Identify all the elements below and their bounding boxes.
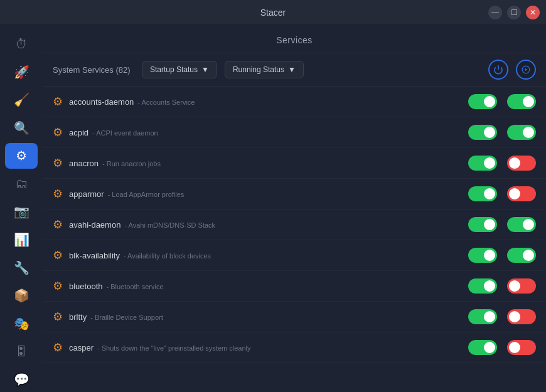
service-toggles — [468, 248, 536, 263]
startup-toggle[interactable] — [468, 94, 497, 109]
cleaner-icon: 🧹 — [14, 92, 29, 107]
running-toggle[interactable] — [507, 340, 536, 355]
running-toggle[interactable] — [507, 278, 536, 294]
dashboard-icon: ⏱ — [15, 37, 28, 51]
service-description: - Avahi mDNS/DNS-SD Stack — [124, 221, 215, 229]
service-name: bluetooth — [69, 282, 103, 291]
service-gear-icon: ⚙ — [53, 125, 63, 139]
service-name: brltty — [69, 312, 87, 322]
uninstaller-icon: 🗂 — [15, 176, 28, 191]
startup-toggle[interactable] — [468, 125, 497, 140]
service-row: ⚙ avahi-daemon - Avahi mDNS/DNS-SD Stack — [43, 209, 546, 240]
service-info: anacron - Run anacron jobs — [69, 159, 468, 168]
startup-status-dropdown[interactable]: Startup Status ▼ — [142, 61, 217, 78]
service-toggles — [468, 309, 536, 324]
service-gear-icon: ⚙ — [53, 279, 63, 293]
running-toggle[interactable] — [507, 156, 536, 171]
minimize-button[interactable]: — — [488, 6, 502, 19]
window-controls: — ☐ ✕ — [488, 6, 540, 19]
service-description: - Load AppArmor profiles — [108, 191, 185, 198]
main-content: Services System Services (82) Startup St… — [43, 25, 546, 392]
service-name: acpid — [69, 128, 88, 137]
startup-icon: 🚀 — [14, 65, 29, 80]
maximize-button[interactable]: ☐ — [507, 6, 521, 19]
service-description: - Shuts down the "live" preinstalled sys… — [97, 344, 250, 352]
startup-toggle[interactable] — [468, 340, 497, 355]
close-button[interactable]: ✕ — [526, 6, 540, 19]
service-description: - Bluetooth service — [107, 283, 164, 290]
running-toggle[interactable] — [507, 248, 536, 263]
page-title: Services — [43, 25, 546, 53]
startup-toggle[interactable] — [468, 248, 497, 263]
service-gear-icon: ⚙ — [53, 95, 63, 109]
sidebar-item-tools[interactable]: 🔧 — [5, 255, 38, 280]
service-name: casper — [69, 343, 94, 352]
sidebar-item-settings[interactable]: 🎛 — [5, 339, 38, 364]
service-name: blk-availability — [69, 251, 120, 260]
running-status-label: Running Status — [233, 65, 284, 74]
resources-icon: 📷 — [14, 204, 29, 219]
service-row: ⚙ brltty - Braille Device Support — [43, 302, 546, 332]
sidebar-item-charts[interactable]: 📊 — [5, 227, 38, 253]
service-row: ⚙ anacron - Run anacron jobs — [43, 148, 546, 179]
sidebar-item-cleaner[interactable]: 🧹 — [5, 87, 38, 113]
running-toggle[interactable] — [507, 309, 536, 324]
service-toggles — [468, 156, 536, 171]
service-info: accounts-daemon - Accounts Service — [69, 97, 468, 107]
app-body: ⏱ 🚀 🧹 🔍 ⚙ 🗂 📷 📊 🔧 📦 🎭 — [0, 25, 546, 392]
service-gear-icon: ⚙ — [53, 156, 63, 170]
running-status-dropdown[interactable]: Running Status ▼ — [225, 61, 304, 78]
services-icon: ⚙ — [16, 148, 27, 163]
startup-toggle[interactable] — [468, 186, 497, 201]
sidebar-item-services[interactable]: ⚙ — [5, 143, 38, 169]
running-toggle[interactable] — [507, 186, 536, 201]
service-description: - ACPI event daemon — [92, 129, 158, 137]
sidebar-item-search[interactable]: 🔍 — [5, 115, 38, 141]
sidebar-item-resources[interactable]: 📷 — [5, 199, 38, 225]
app-title: Stacer — [260, 8, 286, 18]
startup-toggle[interactable] — [468, 217, 497, 232]
service-info: brltty - Braille Device Support — [69, 312, 468, 322]
service-info: bluetooth - Bluetooth service — [69, 282, 468, 291]
service-gear-icon: ⚙ — [53, 187, 63, 201]
service-row: ⚙ blk-availability - Availability of blo… — [43, 240, 546, 271]
service-row: ⚙ apparmor - Load AppArmor profiles — [43, 179, 546, 209]
service-toggles — [468, 278, 536, 294]
startup-toggle[interactable] — [468, 156, 497, 171]
system-services-label: System Services (82) — [53, 65, 134, 75]
sidebar-item-dashboard[interactable]: ⏱ — [5, 31, 38, 57]
service-info: casper - Shuts down the "live" preinstal… — [69, 343, 468, 352]
service-gear-icon: ⚙ — [53, 310, 63, 324]
sidebar-item-package[interactable]: 📦 — [5, 283, 38, 309]
toolbar: System Services (82) Startup Status ▼ Ru… — [43, 53, 546, 87]
service-description: - Accounts Service — [137, 98, 195, 106]
service-toggles — [468, 340, 536, 355]
sidebar-item-tweaks[interactable]: 🎭 — [5, 310, 38, 336]
sidebar: ⏱ 🚀 🧹 🔍 ⚙ 🗂 📷 📊 🔧 📦 🎭 — [0, 25, 43, 392]
charts-icon: 📊 — [14, 232, 29, 247]
service-info: apparmor - Load AppArmor profiles — [69, 189, 468, 199]
service-info: acpid - ACPI event daemon — [69, 128, 468, 137]
services-list: ⚙ accounts-daemon - Accounts Service ⚙ a… — [43, 87, 546, 392]
tools-icon: 🔧 — [14, 260, 29, 275]
sidebar-item-uninstaller[interactable]: 🗂 — [5, 171, 38, 197]
running-toggle[interactable] — [507, 125, 536, 140]
service-toggles — [468, 217, 536, 232]
service-info: blk-availability - Availability of block… — [69, 251, 468, 260]
startup-status-chevron-icon: ▼ — [201, 65, 209, 74]
running-toggle[interactable] — [507, 217, 536, 232]
search-icon: 🔍 — [14, 120, 29, 135]
startup-toggle[interactable] — [468, 309, 497, 324]
play-all-button[interactable] — [516, 60, 536, 80]
service-description: - Run anacron jobs — [102, 160, 161, 167]
sidebar-item-startup[interactable]: 🚀 — [5, 60, 38, 85]
startup-status-label: Startup Status — [150, 65, 198, 74]
service-row: ⚙ casper - Shuts down the "live" preinst… — [43, 332, 546, 363]
running-toggle[interactable] — [507, 94, 536, 109]
service-row: ⚙ bluetooth - Bluetooth service — [43, 271, 546, 302]
service-gear-icon: ⚙ — [53, 248, 63, 262]
power-all-button[interactable] — [488, 60, 508, 80]
startup-toggle[interactable] — [468, 278, 497, 294]
service-toggles — [468, 125, 536, 140]
sidebar-item-terminal[interactable]: 💬 — [5, 366, 38, 392]
